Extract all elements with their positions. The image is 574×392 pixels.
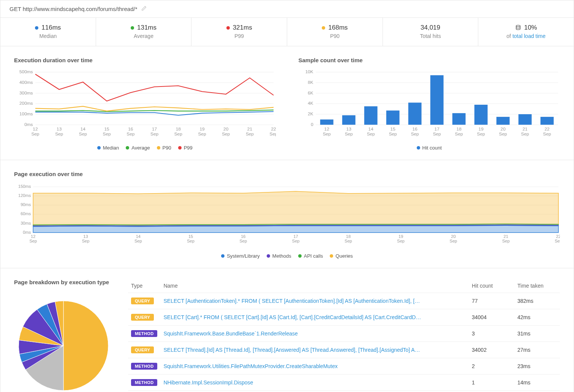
legend-label: System/Library	[227, 253, 260, 259]
cell-hits: 2	[469, 358, 514, 375]
svg-text:Sep: Sep	[246, 131, 254, 137]
svg-text:Sep: Sep	[198, 131, 206, 137]
cell-name[interactable]: SELECT [Cart].* FROM ( SELECT [Cart].[Id…	[160, 309, 469, 326]
line-chart-svg: 0ms100ms200ms300ms400ms500ms12Sep13Sep14…	[14, 69, 276, 141]
metric-p90: 168ms P90	[287, 18, 383, 46]
svg-text:400ms: 400ms	[19, 80, 33, 85]
metric-total-hits: 34,019 Total hits	[383, 18, 479, 46]
svg-rect-76	[474, 105, 487, 125]
svg-text:20: 20	[500, 126, 506, 132]
legend-median: Median	[97, 145, 119, 151]
svg-text:90ms: 90ms	[21, 202, 31, 207]
legend-methods: Methods	[267, 253, 291, 259]
svg-text:Sep: Sep	[433, 131, 441, 137]
metric-label: P99	[195, 33, 283, 39]
metric-value: 116ms	[41, 24, 61, 31]
table-row[interactable]: METHOD SquishIt.Framework.Base.BundleBas…	[128, 326, 560, 342]
cell-hits: 34004	[469, 309, 514, 326]
svg-text:12: 12	[31, 234, 35, 239]
legend-label: Queries	[335, 253, 353, 259]
metric-label: of total load time	[482, 33, 570, 39]
cell-name[interactable]: NHibernate.Impl.SessionImpl.Dispose	[160, 375, 469, 391]
svg-text:20: 20	[451, 234, 455, 239]
page-execution-section: Page execution over time 0ms30ms60ms90ms…	[0, 160, 574, 268]
table-row[interactable]: QUERY SELECT [Thread].[Id] AS [Thread.Id…	[128, 342, 560, 358]
svg-text:10K: 10K	[305, 69, 313, 74]
svg-text:Sep: Sep	[31, 131, 39, 137]
table-row[interactable]: QUERY SELECT [Cart].* FROM ( SELECT [Car…	[128, 309, 560, 326]
cell-name[interactable]: SquishIt.Framework.Base.BundleBase`1.Ren…	[160, 326, 469, 342]
dot-icon	[298, 254, 302, 258]
metric-label: Median	[4, 33, 92, 39]
svg-text:2K: 2K	[308, 111, 313, 116]
cell-type: METHOD	[128, 326, 160, 342]
svg-text:Sep: Sep	[543, 131, 551, 137]
svg-text:Sep: Sep	[389, 131, 397, 137]
svg-rect-78	[518, 114, 531, 125]
table-row[interactable]: METHOD SquishIt.Framework.Utilities.File…	[128, 358, 560, 375]
svg-text:14: 14	[81, 126, 86, 132]
th-time[interactable]: Time taken	[514, 279, 560, 293]
svg-text:Sep: Sep	[323, 131, 330, 137]
legend-p90: P90	[157, 145, 171, 151]
svg-rect-70	[342, 115, 355, 125]
th-name[interactable]: Name	[160, 279, 469, 293]
type-tag: QUERY	[131, 314, 154, 321]
metric-label: Total hits	[387, 33, 474, 39]
svg-text:6K: 6K	[308, 90, 313, 96]
table-row[interactable]: METHOD NHibernate.Impl.SessionImpl.Dispo…	[128, 375, 560, 391]
cell-name[interactable]: SELECT [Thread].[Id] AS [Thread.Id], [Th…	[160, 342, 469, 358]
total-load-time-link[interactable]: total load time	[512, 33, 546, 39]
svg-text:Sep: Sep	[79, 131, 87, 137]
legend-label: Hit count	[422, 145, 442, 151]
cell-hits: 34002	[469, 342, 514, 358]
legend-label: Average	[131, 145, 150, 151]
chart-title: Page execution over time	[14, 171, 560, 177]
svg-text:500ms: 500ms	[19, 69, 33, 74]
legend-label: Median	[103, 145, 119, 151]
svg-rect-69	[320, 120, 333, 125]
svg-rect-71	[364, 106, 377, 125]
th-type[interactable]: Type	[128, 279, 160, 293]
cell-type: QUERY	[128, 309, 160, 326]
svg-text:200ms: 200ms	[19, 101, 33, 106]
svg-text:Sep: Sep	[521, 131, 529, 137]
svg-text:60ms: 60ms	[21, 211, 31, 216]
type-tag: METHOD	[131, 363, 157, 370]
cell-name[interactable]: SELECT [AuthenticationToken].* FROM ( SE…	[160, 293, 469, 309]
name-link: SquishIt.Framework.Base.BundleBase`1.Ren…	[163, 331, 422, 337]
cell-hits: 77	[469, 293, 514, 309]
dot-p99-icon	[226, 26, 230, 30]
chart-title: Page breakdown by execution type	[14, 279, 113, 285]
cell-time: 31ms	[514, 326, 560, 342]
table-row[interactable]: QUERY SELECT [AuthenticationToken].* FRO…	[128, 293, 560, 309]
svg-text:16: 16	[128, 126, 133, 132]
cell-type: QUERY	[128, 342, 160, 358]
legend-hitcount: Hit count	[417, 145, 442, 151]
legend-label: Methods	[272, 253, 291, 259]
svg-point-0	[516, 25, 520, 27]
cell-name[interactable]: SquishIt.Framework.Utilities.FilePathMut…	[160, 358, 469, 375]
svg-text:22: 22	[556, 234, 560, 239]
metric-p99: 321ms P99	[191, 18, 287, 46]
legend-label: API calls	[304, 253, 323, 259]
svg-text:Sep: Sep	[499, 131, 507, 137]
svg-text:8K: 8K	[308, 80, 313, 85]
chart-title: Execution duration over time	[14, 57, 276, 63]
svg-text:19: 19	[199, 126, 205, 132]
th-hits[interactable]: Hit count	[469, 279, 514, 293]
cell-time: 23ms	[514, 358, 560, 375]
edit-icon[interactable]	[141, 6, 147, 12]
svg-text:0ms: 0ms	[23, 230, 31, 235]
svg-rect-79	[540, 117, 553, 125]
svg-text:16: 16	[412, 126, 417, 132]
cell-time: 42ms	[514, 309, 560, 326]
cell-hits: 1	[469, 375, 514, 391]
metric-value: 131ms	[137, 24, 157, 31]
bar-chart-legend: Hit count	[299, 145, 560, 151]
svg-text:13: 13	[83, 234, 88, 239]
metric-median: 116ms Median	[0, 18, 96, 46]
svg-text:Sep: Sep	[174, 131, 182, 137]
svg-text:Sep: Sep	[345, 239, 352, 243]
svg-text:21: 21	[504, 234, 508, 239]
